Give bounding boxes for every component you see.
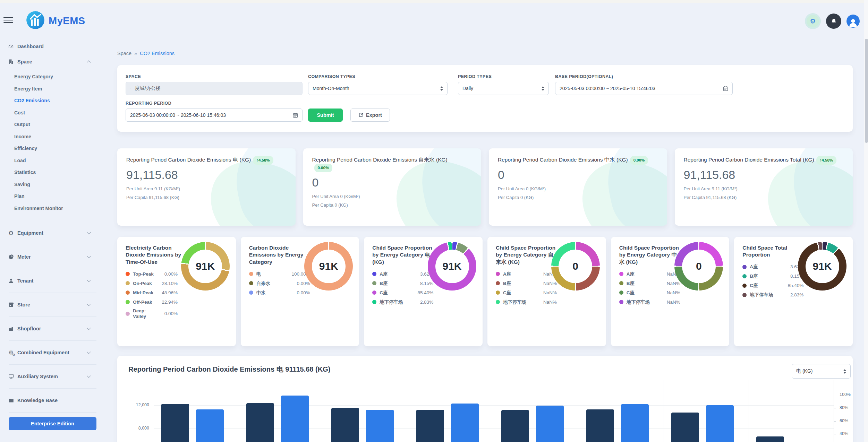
legend-value: NaN% xyxy=(543,300,557,305)
reporting-period-bar xyxy=(621,404,649,442)
sidebar-item-shopfloor[interactable]: Shopfloor xyxy=(0,321,99,336)
sidebar-subitem-load[interactable]: Load xyxy=(0,155,99,167)
submit-button[interactable]: Submit xyxy=(308,109,343,122)
sidebar-item-label: Auxiliary System xyxy=(17,374,58,379)
stat-per-capita: Per Capita 0 (KG) xyxy=(498,195,658,200)
sidebar-subitem-output[interactable]: Output xyxy=(0,119,99,131)
sidebar-subitem-co2-emissions[interactable]: CO2 Emissions xyxy=(0,95,99,107)
sidebar-subitem-saving[interactable]: Saving xyxy=(0,179,99,191)
sidebar-item-store[interactable]: Store xyxy=(0,297,99,312)
breadcrumb: Space»CO2 Emissions xyxy=(117,51,853,56)
bar-plot xyxy=(154,380,834,442)
sidebar-subitem-efficiency[interactable]: Efficiency xyxy=(0,142,99,155)
user-avatar[interactable] xyxy=(846,15,860,28)
sidebar-item-tenant[interactable]: Tenant xyxy=(0,274,99,288)
stat-card-badge: ↑4.58% xyxy=(253,156,273,165)
legend-value: 28.10% xyxy=(162,281,178,286)
breadcrumb-space[interactable]: Space xyxy=(117,51,131,56)
comparison-types-select[interactable]: Month-On-Month xyxy=(308,82,448,95)
sidebar-subitem-plan[interactable]: Plan xyxy=(0,190,99,202)
unit-select-value: 电 (KG) xyxy=(796,368,812,374)
sidebar-subitem-cost[interactable]: Cost xyxy=(0,107,99,119)
legend-label: 电 xyxy=(256,271,261,277)
brand-title: MyEMS xyxy=(49,15,85,27)
sidebar-subitem-environment-monitor[interactable]: Environment Monitor xyxy=(0,202,99,215)
breadcrumb-co2-emissions[interactable]: CO2 Emissions xyxy=(140,51,175,56)
legend-dot xyxy=(619,300,623,304)
base-period-bar xyxy=(586,409,614,442)
base-period-bar xyxy=(246,403,274,442)
unit-select[interactable]: 电 (KG) xyxy=(792,364,851,379)
legend-value: 0.00% xyxy=(164,311,178,316)
legend-label: B座 xyxy=(750,274,758,279)
sidebar-divider xyxy=(9,364,96,365)
space-label: SPACE xyxy=(126,74,303,79)
select-arrows-icon xyxy=(542,86,544,91)
legend-label: Off-Peak xyxy=(133,300,152,305)
legend-item: 地下停车场2.83% xyxy=(742,292,803,298)
sidebar-item-combined-equipment[interactable]: ⚙⚙Combined Equipment xyxy=(0,345,99,360)
base-period-value: 2025-05-03 00:00:00 ~ 2025-05-10 15:46:0… xyxy=(560,86,655,91)
scrollbar-thumb[interactable] xyxy=(865,39,868,143)
legend-item: A座NaN% xyxy=(619,271,680,277)
space-input[interactable]: 一度城/办公楼 xyxy=(126,82,303,95)
reporting-period-input[interactable]: 2025-06-03 00:00:00 ~ 2025-06-10 15:46:0… xyxy=(126,109,303,122)
sidebar-item-equipment[interactable]: ⚙Equipment xyxy=(0,226,99,240)
myems-logo[interactable] xyxy=(26,11,44,29)
base-period-input[interactable]: 2025-05-03 00:00:00 ~ 2025-05-10 15:46:0… xyxy=(555,82,733,95)
legend-dot xyxy=(372,272,376,276)
legend-value: 85.40% xyxy=(418,290,434,295)
legend-label: 地下停车场 xyxy=(627,300,650,305)
grid-vline xyxy=(324,380,324,442)
sidebar-item-knowledge-base[interactable]: Knowledge Base xyxy=(0,393,99,408)
legend-dot xyxy=(126,312,130,316)
legend-dot xyxy=(619,272,623,276)
sidebar-item-auxiliary-system[interactable]: Auxiliary System xyxy=(0,369,99,384)
sidebar-item-meter[interactable]: Meter xyxy=(0,250,99,264)
sidebar-divider xyxy=(9,412,96,413)
hamburger-menu-icon[interactable] xyxy=(3,17,13,23)
sidebar-divider xyxy=(9,221,96,221)
sidebar-item-dashboard[interactable]: Dashboard xyxy=(0,39,99,54)
sidebar-subitem-energy-item[interactable]: Energy Item xyxy=(0,83,99,95)
legend-item: C座NaN% xyxy=(496,289,557,296)
donut-center-value: 91K xyxy=(806,250,839,283)
period-types-select[interactable]: Daily xyxy=(458,82,549,95)
export-button[interactable]: Export xyxy=(350,109,390,122)
sidebar-subitem-statistics[interactable]: Statistics xyxy=(0,166,99,179)
top-navbar: MyEMS ⚙ xyxy=(0,3,868,39)
sidebar-subitem-income[interactable]: Income xyxy=(0,131,99,143)
legend-item: 电100.00% xyxy=(249,271,310,277)
donut-center-value: 91K xyxy=(312,250,346,283)
chevron-down-icon xyxy=(87,374,91,378)
store-icon xyxy=(8,302,14,307)
gear-icon: ⚙ xyxy=(8,230,14,236)
window-top-strip xyxy=(0,0,868,3)
legend-value: NaN% xyxy=(667,290,680,295)
stat-card: Reporting Period Carbon Dioxide Emission… xyxy=(489,148,667,226)
notification-bell-icon[interactable] xyxy=(826,14,841,29)
legend-item: Off-Peak22.94% xyxy=(126,299,178,305)
legend-dot xyxy=(372,291,376,295)
donut-ring: 0 xyxy=(551,242,600,291)
sidebar-item-space[interactable]: Space xyxy=(0,54,99,69)
legend-value: NaN% xyxy=(543,281,557,286)
enterprise-edition-button[interactable]: Enterprise Edition xyxy=(9,417,96,430)
donut-card-title: Child Space Total Proportion xyxy=(742,244,803,259)
sidebar-subitem-energy-category[interactable]: Energy Category xyxy=(0,71,99,83)
donut-card: Carbon Dioxide Emissions by Energy Categ… xyxy=(241,237,359,346)
legend-value: 0.00% xyxy=(297,281,310,286)
reporting-period-value: 2025-06-03 00:00:00 ~ 2025-06-10 15:46:0… xyxy=(130,112,226,118)
legend-item: On-Peak28.10% xyxy=(126,280,178,286)
legend-dot xyxy=(496,272,500,276)
stat-card-value: 0 xyxy=(312,176,473,189)
sidebar-item-label: Tenant xyxy=(17,278,33,284)
gauge-icon xyxy=(8,44,14,50)
donut-card: Electricity Carbon Dioxide Emissions by … xyxy=(117,237,236,346)
legend-dot xyxy=(126,281,130,285)
legend-value: 48.96% xyxy=(162,290,178,295)
meter-icon xyxy=(8,254,14,260)
sidebar-item-label: Combined Equipment xyxy=(17,350,69,355)
settings-gear-icon[interactable]: ⚙ xyxy=(805,13,821,29)
y-axis-right-tickmark xyxy=(834,434,836,434)
